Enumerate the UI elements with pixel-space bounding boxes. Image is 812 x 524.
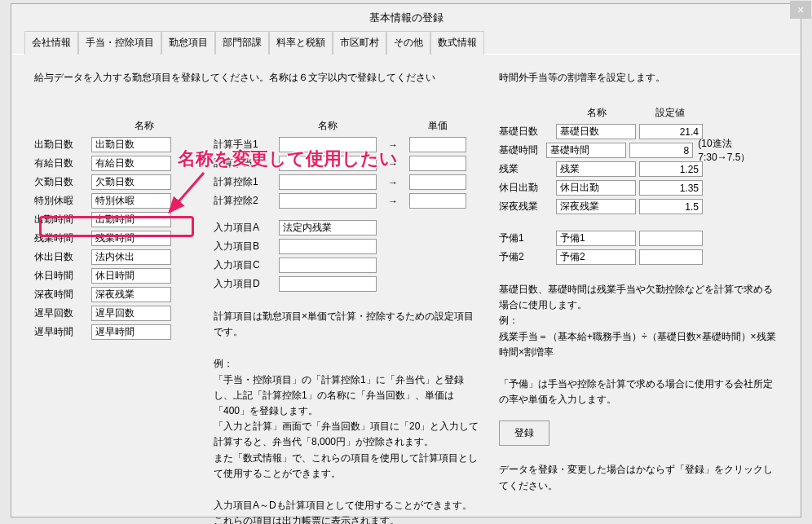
rate-name-input[interactable] <box>556 124 636 139</box>
attendance-input-highlighted[interactable] <box>91 249 171 265</box>
tab-bar: 会社情報 手当・控除項目 勤怠項目 部門部課 料率と税額 市区町村 その他 数式… <box>11 30 801 55</box>
calc-name-input[interactable] <box>279 174 377 190</box>
attendance-input[interactable] <box>91 174 171 190</box>
rate-value-input[interactable] <box>629 143 693 158</box>
input-item-field[interactable] <box>279 258 377 273</box>
tab-department[interactable]: 部門部課 <box>215 31 269 55</box>
yobi-name-input[interactable] <box>556 231 636 246</box>
dialog-window: × 基本情報の登録 会社情報 手当・控除項目 勤怠項目 部門部課 料率と税額 市… <box>11 3 801 517</box>
mid-help-2: 例： 「手当・控除項目」の「計算控除1」に「弁当代」と登録し、上記「計算控除1」… <box>214 356 483 482</box>
row-label: 深夜時間 <box>34 288 91 302</box>
calc-unit-input[interactable] <box>409 137 466 152</box>
attendance-input[interactable] <box>91 324 171 340</box>
close-button[interactable]: × <box>790 1 811 19</box>
yobi-name-input[interactable] <box>556 249 636 265</box>
input-item-label: 入力項目B <box>214 240 279 253</box>
right-help-1: 基礎日数、基礎時間は残業手当や欠勤控除などを計算で求める場合に使用します。 例：… <box>499 282 778 360</box>
attendance-items-column: 名称 出勤日数 有給日数 欠勤日数 特別休暇 出勤時間 残業時間 休出日数 休日… <box>34 119 189 524</box>
calculation-column: 名称 単価 計算手当1→ 計算手当2→ 計算控除1→ 計算控除2→ 入力項目A … <box>214 119 483 524</box>
tab-attendance[interactable]: 勤怠項目 <box>161 31 215 55</box>
calc-unit-input[interactable] <box>409 174 466 190</box>
mid-header-unit: 単価 <box>409 119 466 133</box>
right-help-3: データを登録・変更した場合はかならず「登録」をクリックしてください。 <box>499 462 778 493</box>
arrow-icon: → <box>377 177 409 188</box>
row-label: 遅早回数 <box>34 306 91 320</box>
right-instruction: 時間外手当等の割増率を設定します。 <box>499 71 778 85</box>
rate-name-input[interactable] <box>556 180 636 196</box>
mid-help-1: 計算項目は勤怠項目×単価で計算・控除するための設定項目です。 <box>214 309 483 340</box>
input-item-field[interactable] <box>279 239 377 254</box>
rate-label: 基礎時間 <box>499 143 546 157</box>
rate-value-input[interactable] <box>639 124 703 139</box>
arrow-icon: → <box>377 196 409 207</box>
attendance-input[interactable] <box>91 231 171 246</box>
left-header-name: 名称 <box>99 119 189 133</box>
input-item-label: 入力項目C <box>214 258 279 272</box>
rate-label: 基礎日数 <box>499 125 556 139</box>
row-label: 特別休暇 <box>34 194 91 208</box>
calc-label: 計算手当2 <box>214 156 279 170</box>
attendance-input[interactable] <box>91 306 171 321</box>
rate-label: 深夜残業 <box>499 200 556 214</box>
input-item-field[interactable] <box>279 276 377 292</box>
right-header-name: 名称 <box>556 106 638 120</box>
calc-name-input[interactable] <box>279 156 377 171</box>
yobi-value-input[interactable] <box>639 231 703 246</box>
yobi-label: 予備2 <box>499 250 556 264</box>
input-item-label: 入力項目A <box>214 221 279 235</box>
row-label: 有給日数 <box>34 156 91 170</box>
left-and-mid-wrapper: 給与データを入力する勤怠項目を登録してください。名称は６文字以内で登録してくださ… <box>34 71 483 524</box>
row-label: 残業時間 <box>34 231 91 245</box>
row-label: 出勤日数 <box>34 138 91 152</box>
rate-name-input[interactable] <box>556 199 636 214</box>
overtime-rate-column: 時間外手当等の割増率を設定します。 名称 設定値 基礎日数 基礎時間(10進法 … <box>499 71 778 524</box>
row-label: 欠勤日数 <box>34 175 91 189</box>
attendance-input[interactable] <box>91 193 171 209</box>
tab-municipality[interactable]: 市区町村 <box>333 31 386 55</box>
rate-label: 休日出勤 <box>499 181 556 195</box>
calc-name-input[interactable] <box>279 193 377 209</box>
arrow-icon: → <box>377 139 409 151</box>
input-item-field[interactable] <box>279 220 377 236</box>
row-label: 休出日数 <box>34 250 91 264</box>
calc-unit-input[interactable] <box>409 193 466 209</box>
dialog-title: 基本情報の登録 <box>11 4 801 30</box>
right-help-2: 「予備」は手当や控除を計算で求める場合に使用する会社所定の率や単価を入力します。 <box>499 376 778 407</box>
tab-rate-tax[interactable]: 料率と税額 <box>269 31 333 55</box>
calc-name-input[interactable] <box>279 137 377 152</box>
calc-label: 計算控除1 <box>214 175 279 189</box>
attendance-input[interactable] <box>91 287 171 302</box>
input-item-label: 入力項目D <box>214 277 279 291</box>
rate-value-input[interactable] <box>639 161 703 177</box>
rate-name-input[interactable] <box>546 143 626 158</box>
calc-label: 計算控除2 <box>214 194 279 208</box>
calc-unit-input[interactable] <box>409 156 466 171</box>
yobi-label: 予備1 <box>499 231 556 245</box>
attendance-input[interactable] <box>91 137 171 152</box>
rate-name-input[interactable] <box>556 161 636 177</box>
tab-content: 給与データを入力する勤怠項目を登録してください。名称は６文字以内で登録してくださ… <box>11 55 801 524</box>
mid-header-name: 名称 <box>279 119 377 133</box>
tab-allowance[interactable]: 手当・控除項目 <box>78 31 161 55</box>
row-label: 休日時間 <box>34 269 91 283</box>
right-header-value: 設定値 <box>638 106 703 120</box>
rate-label: 残業 <box>499 162 556 176</box>
tab-other[interactable]: その他 <box>386 31 430 55</box>
register-button[interactable]: 登録 <box>499 421 549 446</box>
left-instruction: 給与データを入力する勤怠項目を登録してください。名称は６文字以内で登録してくださ… <box>34 71 458 85</box>
tab-formula[interactable]: 数式情報 <box>430 31 484 55</box>
attendance-input[interactable] <box>91 212 171 227</box>
attendance-input[interactable] <box>91 268 171 284</box>
calc-label: 計算手当1 <box>214 138 279 152</box>
row-label: 遅早時間 <box>34 325 91 339</box>
rate-note: (10進法 7:30→7.5） <box>698 137 778 165</box>
rate-value-input[interactable] <box>639 180 703 196</box>
rate-value-input[interactable] <box>639 199 703 214</box>
row-label: 出勤時間 <box>34 213 91 227</box>
arrow-icon: → <box>377 158 409 170</box>
tab-company[interactable]: 会社情報 <box>24 31 78 55</box>
yobi-value-input[interactable] <box>639 249 703 265</box>
mid-help-3: 入力項目A～Dも計算項目として使用することができます。 これらの項目は出力帳票に… <box>214 498 483 524</box>
attendance-input[interactable] <box>91 156 171 171</box>
